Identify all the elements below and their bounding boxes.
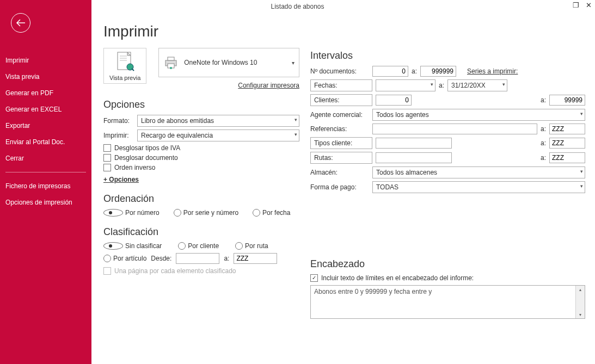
section-encabezado: Encabezado: [310, 258, 585, 270]
tipos-button[interactable]: Tipos cliente:: [310, 137, 372, 149]
printer-icon: [163, 56, 179, 69]
fecha-from-select[interactable]: ▾: [376, 79, 435, 91]
sidebar-item-generar-pdf[interactable]: Generar en PDF: [0, 85, 91, 101]
window-title: Listado de abonos: [271, 3, 324, 10]
more-options-link[interactable]: + Opciones: [103, 176, 139, 183]
sidebar-item-vista-previa[interactable]: Vista previa: [0, 69, 91, 85]
scrollbar[interactable]: ▴ ▾: [575, 286, 585, 318]
imprimir-select[interactable]: Recargo de equivalencia▾: [137, 129, 299, 141]
sidebar-item-imprimir[interactable]: Imprimir: [0, 52, 91, 69]
sidebar-item-generar-excel[interactable]: Generar en EXCEL: [0, 101, 91, 118]
rutas-button[interactable]: Rutas:: [310, 152, 372, 164]
sidebar-item-enviar-portal[interactable]: Enviar al Portal Doc.: [0, 134, 91, 150]
page-title: Imprimir: [103, 23, 299, 40]
almacen-label: Almacén:: [310, 169, 369, 176]
fecha-to-select[interactable]: 31/12/20XX▾: [447, 79, 507, 91]
agente-select[interactable]: Todos los agentes▾: [372, 109, 585, 121]
rutas-to-input[interactable]: [549, 152, 585, 163]
scroll-up-icon[interactable]: ▴: [576, 286, 585, 293]
agente-label: Agente comercial:: [310, 111, 369, 119]
radio-por-articulo[interactable]: Por artículo: [103, 255, 146, 262]
document-preview-icon: [116, 52, 134, 73]
section-opciones: Opciones: [103, 99, 299, 110]
radio-por-cliente[interactable]: Por cliente: [178, 242, 219, 250]
clientes-button[interactable]: Clientes:: [310, 94, 372, 106]
sidebar-item-exportar[interactable]: Exportar: [0, 118, 91, 134]
fechas-button[interactable]: Fechas:: [310, 79, 372, 91]
rutas-from-input[interactable]: [376, 152, 452, 163]
section-clasificacion: Clasificación: [103, 226, 299, 238]
window-close-icon[interactable]: ✕: [586, 1, 592, 9]
sidebar-item-fichero-impresoras[interactable]: Fichero de impresoras: [0, 178, 91, 194]
tipos-from-input[interactable]: [376, 138, 452, 149]
radio-sin-clasificar[interactable]: Sin clasificar: [103, 242, 162, 250]
preview-button[interactable]: Vista previa: [103, 48, 146, 84]
series-link[interactable]: Series a imprimir:: [467, 67, 518, 75]
sidebar-item-cerrar[interactable]: Cerrar: [0, 150, 91, 166]
ndoc-from-input[interactable]: [372, 66, 408, 77]
radio-por-serie[interactable]: Por serie y número: [174, 209, 238, 217]
radio-por-ruta[interactable]: Por ruta: [235, 242, 268, 250]
back-button[interactable]: [11, 13, 30, 33]
imprimir-label: Imprimir:: [103, 132, 134, 139]
svg-rect-6: [168, 57, 174, 60]
ndoc-to-input[interactable]: [420, 66, 456, 77]
formato-select[interactable]: Libro de abonos emitidas▾: [137, 115, 299, 127]
almacen-select[interactable]: Todos los almacenes▾: [372, 166, 585, 178]
printer-name: OneNote for Windows 10: [184, 59, 257, 66]
ref-from-input[interactable]: [372, 124, 537, 134]
formato-label: Formato:: [103, 117, 134, 125]
radio-por-numero[interactable]: Por número: [103, 209, 160, 217]
printer-select[interactable]: OneNote for Windows 10 ▾: [158, 48, 299, 77]
chk-desglosar-doc[interactable]: [103, 154, 111, 162]
forma-select[interactable]: TODAS▾: [372, 181, 585, 193]
clientes-to-input[interactable]: [549, 95, 585, 106]
tipos-to-input[interactable]: [549, 138, 585, 149]
chevron-down-icon: ▾: [292, 60, 295, 66]
configure-printer-link[interactable]: Configurar impresora: [158, 82, 299, 89]
radio-por-fecha[interactable]: Por fecha: [253, 209, 290, 217]
svg-point-8: [170, 67, 172, 69]
chk-incluir-texto[interactable]: [310, 274, 318, 282]
sidebar: Imprimir Vista previa Generar en PDF Gen…: [0, 0, 91, 364]
section-ordenacion: Ordenación: [103, 193, 299, 205]
clasif-desde-input[interactable]: [176, 253, 219, 264]
window-restore-icon[interactable]: ❐: [573, 1, 579, 9]
chk-una-pagina: [103, 267, 111, 275]
forma-label: Forma de pago:: [310, 183, 369, 191]
ref-to-input[interactable]: [549, 124, 585, 134]
sidebar-item-opciones-impresion[interactable]: Opciones de impresión: [0, 194, 91, 211]
scroll-down-icon[interactable]: ▾: [576, 311, 585, 318]
ref-label: Referencias:: [310, 125, 369, 133]
ndoc-label: Nº documentos:: [310, 67, 369, 75]
chk-orden-inverso[interactable]: [103, 164, 111, 171]
section-intervalos: Intervalos: [310, 50, 585, 61]
encabezado-textarea[interactable]: Abonos entre 0 y 999999 y fecha entre y …: [310, 285, 585, 319]
clientes-from-input[interactable]: [376, 95, 412, 106]
clasif-hasta-input[interactable]: [234, 253, 277, 264]
chk-desglosar-iva[interactable]: [103, 144, 111, 152]
